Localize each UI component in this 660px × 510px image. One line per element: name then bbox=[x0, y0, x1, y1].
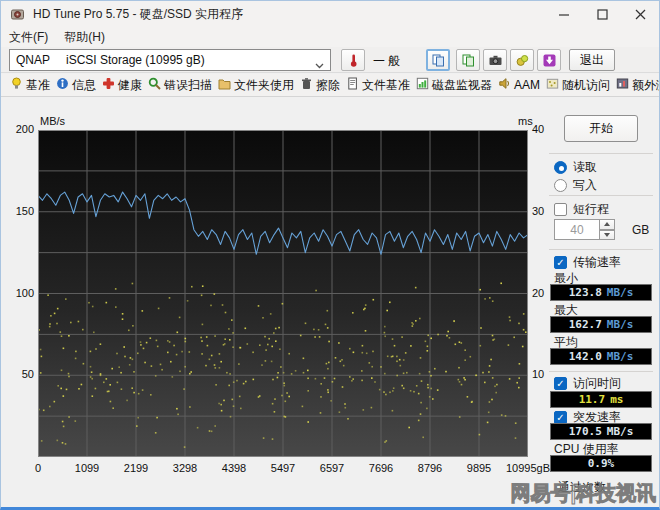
transfer-rate-label: 传输速率 bbox=[573, 254, 621, 271]
app-icon bbox=[10, 7, 25, 22]
copy-pages-icon bbox=[431, 53, 446, 68]
health-cross-icon bbox=[102, 77, 115, 93]
access-time-display: 11.7ms bbox=[550, 391, 652, 408]
cpu-usage-display: 0.9% bbox=[550, 455, 652, 472]
info-icon bbox=[56, 77, 69, 93]
erase-trash-icon bbox=[300, 77, 313, 93]
menu-file[interactable]: 文件(F) bbox=[1, 27, 56, 48]
capacity-unit-label: GB bbox=[632, 223, 649, 237]
watermark: 网易号|科技视讯 bbox=[510, 480, 656, 507]
tab-基准[interactable]: 基准 bbox=[7, 75, 53, 96]
tab-label: 健康 bbox=[118, 77, 142, 94]
write-radio-row[interactable]: 写入 bbox=[554, 177, 597, 194]
minimize-button[interactable] bbox=[545, 1, 583, 27]
toolbar: QNAP iSCSI Storage (10995 gB) 一 般 退出 bbox=[1, 47, 659, 73]
titlebar: HD Tune Pro 5.75 - 硬盘/SSD 实用程序 bbox=[1, 1, 659, 27]
read-radio-row[interactable]: 读取 bbox=[554, 159, 597, 176]
read-radio[interactable] bbox=[554, 161, 567, 174]
access-time-label: 访问时间 bbox=[573, 375, 621, 392]
avg-speed-display: 142.0MB/s bbox=[550, 348, 652, 365]
speaker-icon bbox=[498, 77, 511, 93]
burst-rate-display: 170.5MB/s bbox=[550, 423, 652, 440]
tab-擦除[interactable]: 擦除 bbox=[297, 75, 343, 96]
tab-AAM[interactable]: AAM bbox=[495, 75, 543, 95]
exit-button[interactable]: 退出 bbox=[569, 49, 615, 71]
y-left-axis-unit: MB/s bbox=[40, 115, 65, 127]
camera-icon bbox=[488, 53, 503, 68]
copy-pages-green-icon bbox=[461, 53, 476, 68]
copy-screenshot-button[interactable] bbox=[426, 49, 450, 71]
read-radio-label: 读取 bbox=[573, 159, 597, 176]
capacity-value[interactable]: 40 bbox=[554, 219, 600, 240]
tab-label: 随机访问 bbox=[562, 77, 610, 94]
control-panel: 开始 读取 写入 短行程 40 GB ✓ 传输速率 最小 bbox=[544, 97, 658, 507]
short-stroke-label: 短行程 bbox=[573, 201, 609, 218]
transfer-rate-checkbox[interactable]: ✓ bbox=[554, 256, 567, 269]
write-radio[interactable] bbox=[554, 179, 567, 192]
tab-文件夹使用[interactable]: 文件夹使用 bbox=[215, 75, 297, 96]
drive-selector[interactable]: QNAP iSCSI Storage (10995 gB) bbox=[9, 49, 331, 71]
access-time-row[interactable]: ✓ 访问时间 bbox=[554, 375, 621, 392]
screenshot-button[interactable] bbox=[483, 49, 507, 71]
file-benchmark-icon bbox=[346, 77, 359, 93]
tab-label: 文件基准 bbox=[362, 77, 410, 94]
min-speed-display: 123.8MB/s bbox=[550, 284, 652, 301]
close-button[interactable] bbox=[621, 1, 659, 27]
tab-label: 文件夹使用 bbox=[234, 77, 294, 94]
tab-信息[interactable]: 信息 bbox=[53, 75, 99, 96]
error-scan-magnifier-icon bbox=[148, 77, 161, 93]
app-window: HD Tune Pro 5.75 - 硬盘/SSD 实用程序 文件(F) 帮助(… bbox=[0, 0, 660, 510]
thermometer-icon bbox=[346, 53, 361, 68]
drive-vendor: QNAP bbox=[16, 53, 66, 67]
tab-错误扫描[interactable]: 错误扫描 bbox=[145, 75, 215, 96]
folder-usage-icon bbox=[218, 77, 231, 93]
donate-button[interactable] bbox=[510, 49, 534, 71]
extra-tests-icon bbox=[616, 77, 629, 93]
tab-随机访问[interactable]: 随机访问 bbox=[543, 75, 613, 96]
lightbulb-icon bbox=[10, 77, 23, 93]
tabbar: 基准信息健康错误扫描文件夹使用擦除文件基准磁盘监视器AAM随机访问额外测试 bbox=[1, 74, 659, 97]
tab-文件基准[interactable]: 文件基准 bbox=[343, 75, 413, 96]
coins-icon bbox=[515, 53, 530, 68]
tab-健康[interactable]: 健康 bbox=[99, 75, 145, 96]
tab-label: 磁盘监视器 bbox=[432, 77, 492, 94]
temperature-button[interactable] bbox=[341, 49, 365, 71]
disk-monitor-icon bbox=[416, 77, 429, 93]
menu-help[interactable]: 帮助(H) bbox=[56, 27, 113, 48]
transfer-rate-row[interactable]: ✓ 传输速率 bbox=[554, 254, 621, 271]
tab-label: 擦除 bbox=[316, 77, 340, 94]
spinner-up-button[interactable] bbox=[600, 219, 615, 230]
y-right-axis-unit: ms bbox=[518, 115, 533, 127]
max-speed-display: 162.7MB/s bbox=[550, 316, 652, 333]
spinner-down-button[interactable] bbox=[600, 230, 615, 241]
tab-label: 额外测试 bbox=[632, 77, 660, 94]
start-button[interactable]: 开始 bbox=[564, 115, 638, 142]
update-download-icon bbox=[542, 53, 557, 68]
tab-label: 错误扫描 bbox=[164, 77, 212, 94]
drive-model: iSCSI Storage (10995 gB) bbox=[66, 53, 205, 67]
copy-data-button[interactable] bbox=[456, 49, 480, 71]
chevron-down-icon bbox=[315, 58, 324, 72]
tab-label: AAM bbox=[514, 78, 540, 92]
maximize-button[interactable] bbox=[583, 1, 621, 27]
window-title: HD Tune Pro 5.75 - 硬盘/SSD 实用程序 bbox=[33, 6, 243, 23]
benchmark-chart bbox=[38, 130, 528, 457]
short-stroke-row[interactable]: 短行程 bbox=[554, 201, 609, 218]
short-stroke-checkbox[interactable] bbox=[554, 203, 567, 216]
tab-磁盘监视器[interactable]: 磁盘监视器 bbox=[413, 75, 495, 96]
tab-label: 信息 bbox=[72, 77, 96, 94]
random-access-dice-icon bbox=[546, 77, 559, 93]
tab-label: 基准 bbox=[26, 77, 50, 94]
menubar: 文件(F) 帮助(H) bbox=[1, 27, 659, 47]
temperature-label: 一 般 bbox=[373, 53, 400, 70]
write-radio-label: 写入 bbox=[573, 177, 597, 194]
capacity-spinner[interactable]: 40 bbox=[554, 219, 615, 240]
access-time-checkbox[interactable]: ✓ bbox=[554, 377, 567, 390]
tab-额外测试[interactable]: 额外测试 bbox=[613, 75, 660, 96]
update-button[interactable] bbox=[537, 49, 561, 71]
